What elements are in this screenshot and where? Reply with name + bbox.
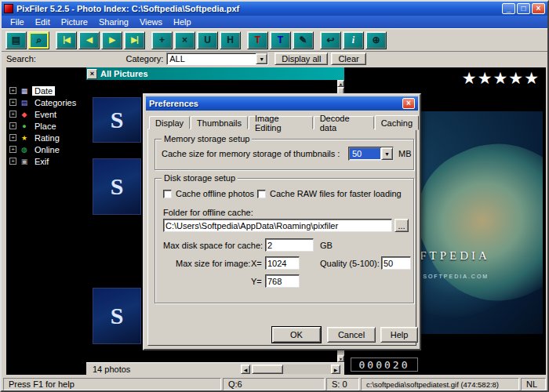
delete-picture-button[interactable]: × [174, 31, 195, 49]
horizontal-scrollbar[interactable]: ◀ ▶ [241, 365, 340, 374]
thumbnail[interactable]: S [93, 97, 141, 143]
menu-bar: File Edit Picture Sharing Views Help [2, 16, 547, 28]
text-tool-blue-button[interactable]: T [270, 31, 291, 49]
max-disk-input[interactable] [265, 238, 314, 252]
help-button[interactable]: Help [380, 327, 418, 343]
cache-offline-checkbox[interactable] [163, 190, 172, 198]
max-disk-unit: GB [320, 241, 333, 250]
sidebar-item-online[interactable]: + ◍ Online [6, 143, 86, 155]
sidebar-item-rating[interactable]: + ★ Rating [6, 132, 86, 143]
scroll-right-icon[interactable]: ▶ [331, 365, 340, 374]
chevron-down-icon[interactable]: ▼ [256, 53, 267, 64]
tab-display[interactable]: Display [149, 116, 190, 129]
cancel-button[interactable]: Cancel [327, 327, 376, 343]
open-album-button[interactable]: ▤ [5, 31, 27, 49]
browse-button[interactable]: ... [394, 219, 409, 232]
cache-size-combo[interactable]: 50 ▼ [348, 147, 394, 161]
sidebar-item-place[interactable]: + ● Place [6, 120, 86, 132]
status-help: Press F1 for help [3, 378, 221, 390]
sidebar-item-categories[interactable]: + ▤ Categories [6, 96, 86, 108]
menu-views[interactable]: Views [134, 16, 168, 27]
close-button[interactable]: × [532, 3, 545, 14]
thumbnail[interactable]: S [93, 288, 141, 344]
cache-raw-checkbox[interactable] [257, 190, 266, 198]
quality-input[interactable] [381, 256, 411, 270]
toolbar: ▤ ⌕ |◀ ◀ ▶ ▶| + × U H T T ✎ ↩ i ⊕ [2, 28, 547, 52]
place-icon: ● [20, 122, 29, 130]
rating-stars[interactable]: ★★★★★ [462, 69, 540, 88]
info-button[interactable]: i [343, 31, 364, 49]
max-y-input[interactable] [265, 274, 300, 288]
cache-size-value: 50 [350, 148, 380, 159]
status-bar: Press F1 for help Q:6 S: 0 c:\softpedia\… [2, 376, 547, 392]
online-icon: ◍ [20, 146, 29, 154]
sidebar-item-label: Place [32, 122, 59, 131]
expand-icon[interactable]: + [9, 146, 16, 153]
sidebar-item-event[interactable]: + ◆ Event [6, 108, 86, 120]
menu-edit[interactable]: Edit [30, 16, 56, 27]
minimize-button[interactable]: _ [502, 3, 515, 14]
thumbnail[interactable]: S [93, 158, 141, 215]
tab-decode-data[interactable]: Decode data [314, 116, 374, 129]
sidebar-item-exif[interactable]: + ▣ Exif [6, 155, 86, 167]
cache-raw-label: Cache RAW files for faster loading [270, 189, 402, 198]
category-select[interactable]: ALL ▼ [166, 53, 268, 65]
previous-picture-button[interactable]: ◀ [78, 31, 100, 49]
scroll-up-icon[interactable]: ▲ [337, 80, 344, 87]
maximize-button[interactable]: □ [517, 3, 530, 14]
tab-caching[interactable]: Caching [375, 115, 419, 130]
expand-icon[interactable]: + [9, 122, 16, 129]
category-label: Category: [126, 54, 164, 64]
text-tool-red-button[interactable]: T [247, 31, 268, 49]
attach-button[interactable]: U [197, 31, 218, 49]
menu-sharing[interactable]: Sharing [93, 16, 134, 27]
scroll-left-icon[interactable]: ◀ [241, 365, 250, 374]
expand-icon[interactable]: + [9, 99, 16, 106]
expand-icon[interactable]: + [9, 158, 16, 165]
menu-file[interactable]: File [5, 16, 30, 27]
sidebar-item-label: Online [32, 145, 62, 154]
cache-size-label: Cache size for memory storage of thumbna… [162, 149, 340, 158]
last-picture-button[interactable]: ▶| [124, 31, 145, 49]
max-size-label: Max size for image: [176, 259, 250, 268]
photo-count: 14 photos [86, 365, 136, 374]
scroll-down-icon[interactable]: ▼ [337, 355, 344, 362]
display-all-button[interactable]: Display all [274, 53, 328, 65]
menu-picture[interactable]: Picture [56, 16, 93, 27]
search-button[interactable]: ⌕ [28, 31, 49, 49]
x-label: X= [251, 259, 262, 268]
offline-folder-input[interactable] [163, 219, 392, 232]
picture-list-title: All Pictures [100, 69, 148, 78]
memory-group-title: Memory storage setup [162, 134, 252, 143]
chevron-down-icon[interactable]: ▼ [381, 147, 393, 160]
sidebar-item-date[interactable]: + ▦ Date [6, 85, 86, 96]
first-picture-button[interactable]: |◀ [56, 31, 77, 49]
menu-help[interactable]: Help [168, 16, 197, 27]
scrollbar-thumb[interactable] [252, 365, 283, 374]
rotate-button[interactable]: ↩ [320, 31, 341, 49]
history-button[interactable]: H [220, 31, 241, 49]
memory-storage-group: Memory storage setup Cache size for memo… [155, 139, 414, 170]
expand-icon[interactable]: + [9, 87, 16, 94]
tab-image-editing[interactable]: Image Editing [249, 116, 313, 129]
sidebar-item-label: Date [32, 86, 55, 96]
next-picture-button[interactable]: ▶ [101, 31, 122, 49]
tab-thumbnails[interactable]: Thumbnails [191, 116, 248, 129]
exif-icon: ▣ [20, 158, 29, 165]
edit-picture-button[interactable]: ✎ [293, 31, 314, 49]
category-value: ALL [167, 54, 256, 64]
max-disk-label: Max disk space for cache: [163, 241, 263, 250]
status-nl: NL [521, 378, 546, 390]
expand-icon[interactable]: + [9, 111, 16, 118]
ok-button[interactable]: OK [272, 327, 321, 343]
dialog-close-button[interactable]: × [402, 98, 415, 109]
cache-size-unit: MB [398, 149, 412, 158]
expand-icon[interactable]: + [9, 134, 16, 141]
close-panel-icon[interactable]: × [87, 69, 97, 79]
y-label: Y= [251, 277, 262, 286]
dialog-tabs: Display Thumbnails Image Editing Decode … [149, 114, 420, 129]
clear-button[interactable]: Clear [331, 53, 365, 65]
add-picture-button[interactable]: + [151, 31, 173, 49]
max-x-input[interactable] [265, 256, 300, 270]
web-button[interactable]: ⊕ [365, 31, 387, 49]
